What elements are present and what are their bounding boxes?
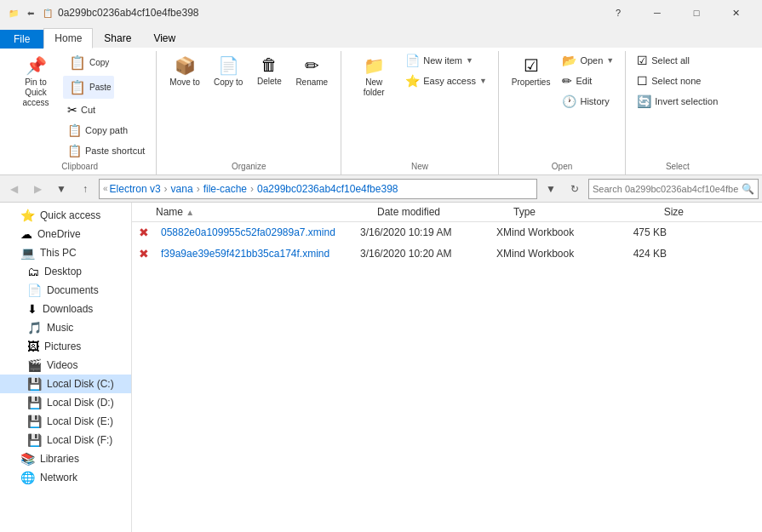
move-to-button[interactable]: 📦 Move to <box>163 51 206 92</box>
sidebar-item-desktop[interactable]: 🗂 Desktop <box>0 262 131 281</box>
refresh-button[interactable]: ▼ <box>541 179 561 199</box>
sidebar-item-pictures[interactable]: 🖼 Pictures <box>0 337 131 356</box>
sidebar-item-videos[interactable]: 🎬 Videos <box>0 356 131 375</box>
paste-label: Paste <box>89 83 112 93</box>
cut-button[interactable]: ✂ Cut <box>63 100 149 119</box>
this-pc-label: This PC <box>40 247 77 259</box>
sidebar-item-music[interactable]: 🎵 Music <box>0 318 131 337</box>
sidebar-item-downloads[interactable]: ⬇ Downloads <box>0 300 131 318</box>
pin-quick-access-button[interactable]: 📌 Pin to Quick access <box>10 51 61 112</box>
edit-button[interactable]: ✏ Edit <box>558 72 618 90</box>
copy-path-button[interactable]: 📋 Copy path <box>63 121 149 140</box>
rename-button[interactable]: ✏ Rename <box>289 51 334 92</box>
table-row[interactable]: ✖ f39a9ae39e59f421bb35ca174f.xmind 3/16/… <box>132 243 762 265</box>
path-file-cache[interactable]: file-cache <box>203 183 247 195</box>
close-button[interactable]: ✕ <box>716 0 755 26</box>
sidebar-item-local-e[interactable]: 💾 Local Disk (E:) <box>0 412 131 431</box>
videos-label: Videos <box>47 359 77 371</box>
copy-to-button[interactable]: 📄 Copy to <box>208 51 249 92</box>
local-d-icon: 💾 <box>27 396 42 409</box>
minimize-button[interactable]: ─ <box>638 0 677 26</box>
sidebar-item-quick-access[interactable]: ⭐ Quick access <box>0 206 131 225</box>
new-folder-button[interactable]: 📁 New folder <box>348 51 399 102</box>
file-list-header: Name ▲ Date modified Type Size <box>132 203 762 222</box>
libraries-label: Libraries <box>40 453 79 465</box>
ribbon: 📌 Pin to Quick access 📋 Copy 📋 Paste ✂ C… <box>0 48 762 175</box>
search-input[interactable] <box>593 184 738 194</box>
local-f-icon: 💾 <box>27 433 42 447</box>
back-button[interactable]: ◀ <box>3 179 24 199</box>
tab-file[interactable]: File <box>0 30 43 49</box>
pin-label: Pin to Quick access <box>16 77 55 108</box>
sidebar-item-libraries[interactable]: 📚 Libraries <box>0 449 131 468</box>
maximize-button[interactable]: □ <box>677 0 716 26</box>
quick-access-label: Quick access <box>40 209 100 221</box>
new-items-group: 📄 New item ▼ ⭐ Easy access ▼ <box>401 51 491 90</box>
organize-content: 📦 Move to 📄 Copy to 🗑 Delete ✏ Rename <box>163 51 334 160</box>
col-modified[interactable]: Date modified <box>377 206 513 218</box>
quick-access-icon: ⭐ <box>20 209 35 222</box>
file-name-2: f39a9ae39e59f421bb35ca174f.xmind <box>161 248 360 260</box>
sidebar-item-this-pc[interactable]: 💻 This PC <box>0 243 131 262</box>
copy-button[interactable]: 📋 Copy <box>63 51 114 74</box>
new-item-button[interactable]: 📄 New item ▼ <box>401 51 491 70</box>
move-label: Move to <box>169 77 200 88</box>
file-size-2: 424 KB <box>599 248 667 260</box>
help-button[interactable]: ? <box>599 0 638 26</box>
history-button[interactable]: 🕐 History <box>558 92 618 111</box>
col-name[interactable]: Name ▲ <box>156 206 377 218</box>
path-electron[interactable]: Electron v3 <box>110 183 161 195</box>
refresh-icon[interactable]: ↻ <box>564 179 585 199</box>
col-type[interactable]: Type <box>513 206 616 218</box>
sidebar-item-network[interactable]: 🌐 Network <box>0 468 131 487</box>
open-label: Open <box>506 160 618 171</box>
tab-share[interactable]: Share <box>93 28 142 49</box>
select-none-button[interactable]: ☐ Select none <box>633 72 722 90</box>
history-label: History <box>580 96 609 106</box>
sidebar-item-documents[interactable]: 📄 Documents <box>0 281 131 300</box>
file-type-1: XMind Workbook <box>496 226 599 238</box>
delete-icon: 🗑 <box>261 55 278 75</box>
open-button[interactable]: 📂 Open ▼ <box>558 51 618 70</box>
network-label: Network <box>40 472 77 483</box>
copy-path-label: Copy path <box>85 125 128 135</box>
documents-icon: 📄 <box>27 283 42 297</box>
delete-button[interactable]: 🗑 Delete <box>250 51 288 91</box>
properties-icon: ☑ <box>524 55 539 76</box>
paste-button[interactable]: 📋 Paste <box>63 76 114 99</box>
invert-selection-button[interactable]: 🔄 Invert selection <box>633 92 722 111</box>
file-name-1: 05882e0a109955c52fa02989a7.xmind <box>161 226 360 238</box>
forward-button[interactable]: ▶ <box>27 179 48 199</box>
file-size-1: 475 KB <box>599 226 667 238</box>
path-hash[interactable]: 0a299bc0236ab4cf10e4fbe398 <box>257 183 398 195</box>
new-content: 📁 New folder 📄 New item ▼ ⭐ Easy access … <box>348 51 491 160</box>
properties-button[interactable]: ☑ Properties <box>506 51 557 92</box>
select-all-button[interactable]: ☑ Select all <box>633 51 722 70</box>
easy-access-icon: ⭐ <box>405 74 420 88</box>
cut-label: Cut <box>81 105 95 115</box>
sidebar-item-local-c[interactable]: 💾 Local Disk (C:) <box>0 375 131 393</box>
tab-home[interactable]: Home <box>43 28 93 49</box>
path-vana[interactable]: vana <box>171 183 193 195</box>
tab-view[interactable]: View <box>142 28 186 49</box>
recent-button[interactable]: ▼ <box>51 179 72 199</box>
address-bar: ◀ ▶ ▼ ↑ « Electron v3 › vana › file-cach… <box>0 175 762 203</box>
search-box[interactable]: 🔍 <box>588 179 759 199</box>
sidebar: ⭐ Quick access ☁ OneDrive 💻 This PC 🗂 De… <box>0 203 132 532</box>
open-content: ☑ Properties 📂 Open ▼ ✏ Edit 🕐 History <box>506 51 618 160</box>
sidebar-item-local-f[interactable]: 💾 Local Disk (F:) <box>0 431 131 449</box>
open-icon: 📂 <box>562 54 576 67</box>
music-icon: 🎵 <box>27 321 42 335</box>
paste-shortcut-button[interactable]: 📋 Paste shortcut <box>63 141 149 160</box>
desktop-icon: 🗂 <box>27 265 39 278</box>
videos-icon: 🎬 <box>27 358 42 372</box>
sidebar-item-onedrive[interactable]: ☁ OneDrive <box>0 225 131 243</box>
window-title: 0a299bc0236ab4cf10e4fbe398 <box>58 7 199 19</box>
sidebar-item-local-d[interactable]: 💾 Local Disk (D:) <box>0 393 131 412</box>
easy-access-button[interactable]: ⭐ Easy access ▼ <box>401 72 491 90</box>
up-button[interactable]: ↑ <box>75 179 95 199</box>
table-row[interactable]: ✖ 05882e0a109955c52fa02989a7.xmind 3/16/… <box>132 222 762 243</box>
address-path[interactable]: « Electron v3 › vana › file-cache › 0a29… <box>99 179 537 199</box>
col-size[interactable]: Size <box>616 206 684 218</box>
sort-arrow: ▲ <box>186 208 194 217</box>
